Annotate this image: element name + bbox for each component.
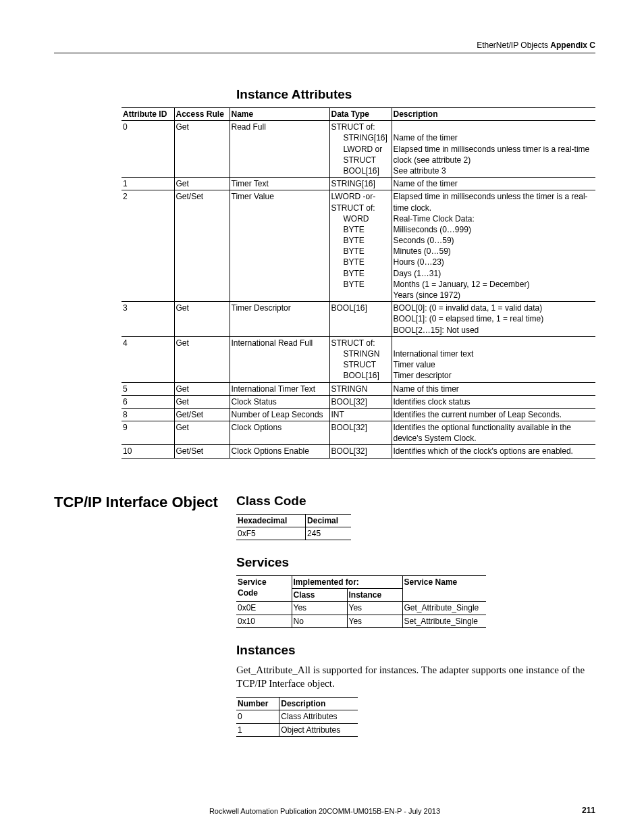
cell-name: Timer Descriptor (230, 302, 329, 337)
cell-data-type: STRING[16] (329, 178, 392, 190)
col-data-type: Data Type (329, 108, 392, 121)
cell-attr-id: 10 (122, 445, 174, 458)
tcpip-interface-object-heading: TCP/IP Interface Object (54, 494, 218, 511)
class-code-table: Hexadecimal Decimal 0xF5 245 (236, 514, 351, 540)
cell-description: Name of this timer (392, 382, 595, 395)
cell-description: Name of the timerElapsed time in millise… (392, 121, 595, 178)
table-row: 0Class Attributes (236, 710, 358, 723)
footer-page-number: 211 (582, 806, 595, 815)
cell: Set_Attribute_Single (402, 615, 486, 627)
table-row: 2Get/SetTimer ValueLWORD -or-STRUCT of:W… (122, 190, 595, 302)
page-footer: Rockwell Automation Publication 20COMM-U… (54, 807, 595, 815)
cell-access-rule: Get/Set (174, 190, 230, 302)
table-row: 0x10NoYesSet_Attribute_Single (236, 615, 486, 627)
cell-attr-id: 9 (122, 421, 174, 445)
class-code-heading: Class Code (236, 494, 595, 509)
cell-data-type: STRINGN (329, 382, 392, 395)
cell: Yes (347, 615, 402, 627)
table-row: 3GetTimer DescriptorBOOL[16]BOOL[0]: (0 … (122, 302, 595, 337)
cell-attr-id: 2 (122, 190, 174, 302)
col-service-code: Service Code (236, 576, 292, 602)
col-implemented-for: Implemented for: (292, 576, 402, 589)
cell-access-rule: Get (174, 336, 230, 382)
table-row: 4GetInternational Read FullSTRUCT of:STR… (122, 336, 595, 382)
cell-data-type: BOOL[32] (329, 421, 392, 445)
cell-access-rule: Get (174, 121, 230, 178)
cell-access-rule: Get (174, 421, 230, 445)
cell: Get_Attribute_Single (402, 602, 486, 615)
col-description: Description (392, 108, 595, 121)
cell: 1 (236, 723, 279, 736)
cell-name: Read Full (230, 121, 329, 178)
cell-access-rule: Get (174, 382, 230, 395)
col-class: Class (292, 589, 347, 602)
cell-name: Clock Options Enable (230, 445, 329, 458)
services-table: Service Code Implemented for: Service Na… (236, 575, 486, 628)
cell-description: Identifies clock status (392, 395, 595, 408)
cell-attr-id: 8 (122, 408, 174, 421)
cell-description: Identifies which of the clock's options … (392, 445, 595, 458)
cell-description: Identifies the current number of Leap Se… (392, 408, 595, 421)
col-name: Name (230, 108, 329, 121)
col-access-rule: Access Rule (174, 108, 230, 121)
table-row: 5GetInternational Timer TextSTRINGNName … (122, 382, 595, 395)
table-row: 0x0EYesYesGet_Attribute_Single (236, 602, 486, 615)
table-row: 0xF5 245 (236, 527, 351, 540)
col-hex: Hexadecimal (236, 514, 306, 527)
cell-data-type: BOOL[32] (329, 395, 392, 408)
cell-attr-id: 4 (122, 336, 174, 382)
table-header-row: Attribute ID Access Rule Name Data Type … (122, 108, 595, 121)
cell-data-type: BOOL[16] (329, 302, 392, 337)
cell-attr-id: 6 (122, 395, 174, 408)
cell: Yes (292, 602, 347, 615)
header-rule (54, 53, 595, 53)
cell-access-rule: Get (174, 178, 230, 190)
col-instance: Instance (347, 589, 402, 602)
cell-access-rule: Get/Set (174, 408, 230, 421)
instance-attributes-table: Attribute ID Access Rule Name Data Type … (122, 107, 595, 459)
cell: No (292, 615, 347, 627)
header-section: EtherNet/IP Objects (477, 41, 548, 50)
running-header: EtherNet/IP Objects Appendix C (54, 41, 595, 50)
cell-access-rule: Get (174, 302, 230, 337)
header-appendix: Appendix C (550, 41, 595, 50)
col-number: Number (236, 698, 279, 710)
instances-body-text: Get_Attribute_All is supported for insta… (236, 663, 595, 691)
table-row: 10Get/SetClock Options EnableBOOL[32]Ide… (122, 445, 595, 458)
cell-description: Name of the timer (392, 178, 595, 190)
cell-name: Number of Leap Seconds (230, 408, 329, 421)
cell-attr-id: 5 (122, 382, 174, 395)
col-service-name: Service Name (402, 576, 486, 602)
table-row: 9GetClock OptionsBOOL[32]Identifies the … (122, 421, 595, 445)
cell: 0 (236, 710, 279, 723)
services-heading: Services (236, 555, 595, 570)
footer-publication: Rockwell Automation Publication 20COMM-U… (54, 807, 595, 815)
table-row: 8Get/SetNumber of Leap SecondsINTIdentif… (122, 408, 595, 421)
cell-attr-id: 0 (122, 121, 174, 178)
table-row: 1Object Attributes (236, 723, 358, 736)
cell-name: Clock Options (230, 421, 329, 445)
cell-data-type: BOOL[32] (329, 445, 392, 458)
cell-name: Timer Text (230, 178, 329, 190)
cell-hex: 0xF5 (236, 527, 306, 540)
cell-description: Identifies the optional functionality av… (392, 421, 595, 445)
cell-description: BOOL[0]: (0 = invalid data, 1 = valid da… (392, 302, 595, 337)
col-description: Description (279, 698, 358, 710)
cell-data-type: STRUCT of:STRINGNSTRUCTBOOL[16] (329, 336, 392, 382)
cell: Object Attributes (279, 723, 358, 736)
cell-name: International Read Full (230, 336, 329, 382)
cell-name: Clock Status (230, 395, 329, 408)
cell-data-type: INT (329, 408, 392, 421)
cell-description: International timer textTimer valueTimer… (392, 336, 595, 382)
cell-description: Elapsed time in milliseconds unless the … (392, 190, 595, 302)
cell: 0x0E (236, 602, 292, 615)
table-row: 0GetRead FullSTRUCT of:STRING[16]LWORD o… (122, 121, 595, 178)
table-row: 1GetTimer TextSTRING[16]Name of the time… (122, 178, 595, 190)
table-row: 6GetClock StatusBOOL[32]Identifies clock… (122, 395, 595, 408)
cell: Class Attributes (279, 710, 358, 723)
cell-dec: 245 (306, 527, 351, 540)
col-dec: Decimal (306, 514, 351, 527)
cell-data-type: LWORD -or-STRUCT of:WORDBYTEBYTEBYTEBYTE… (329, 190, 392, 302)
cell-access-rule: Get/Set (174, 445, 230, 458)
cell: Yes (347, 602, 402, 615)
